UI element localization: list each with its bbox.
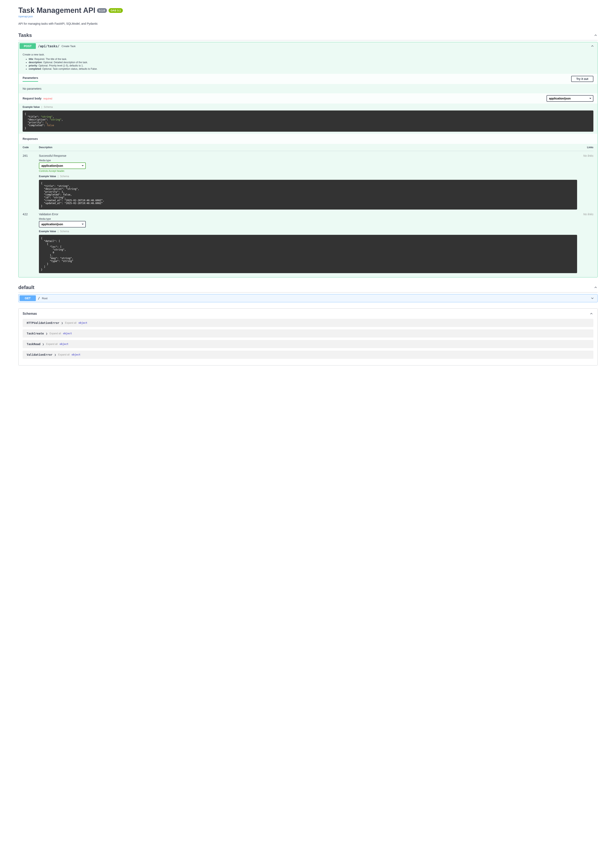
expand-all-link[interactable]: Expand all bbox=[49, 332, 61, 335]
tab-schema[interactable]: Schema bbox=[60, 175, 69, 178]
no-links: No links bbox=[577, 154, 593, 209]
response-code: 422 bbox=[23, 212, 39, 273]
expand-all-link[interactable]: Expand all bbox=[65, 321, 76, 324]
example-tabs-201: Example Value | Schema bbox=[39, 175, 577, 178]
opblock-body: Create a new task. title: Required. The … bbox=[19, 50, 597, 277]
tab-separator: | bbox=[58, 175, 58, 178]
media-type-select[interactable]: application/json bbox=[39, 162, 86, 169]
schema-type: object bbox=[60, 343, 68, 346]
schema-name: HTTPValidationError bbox=[27, 321, 59, 324]
schema-item-taskread[interactable]: TaskRead ❯ Expand all object bbox=[23, 340, 593, 348]
endpoint-path: /api/tasks/ bbox=[38, 44, 60, 48]
method-badge-post: POST bbox=[20, 43, 36, 49]
response-row-422: 422 Validation Error Media type applicat… bbox=[23, 209, 593, 273]
openapi-link[interactable]: /openapi.json bbox=[18, 15, 33, 18]
response-content: Successful Response Media type applicati… bbox=[39, 154, 577, 209]
response-row-201: 201 Successful Response Media type appli… bbox=[23, 151, 593, 209]
schema-type: object bbox=[79, 321, 87, 324]
expand-all-link[interactable]: Expand all bbox=[58, 353, 69, 356]
method-badge-get: GET bbox=[20, 295, 36, 301]
oas-badge: OAS 3.1 bbox=[108, 8, 123, 13]
chevron-up-icon bbox=[589, 312, 593, 316]
chevron-right-icon: ❯ bbox=[61, 322, 63, 324]
section-default: default GET / Root bbox=[18, 283, 598, 302]
example-tabs: Example Value | Schema bbox=[19, 105, 597, 109]
chevron-right-icon: ❯ bbox=[54, 354, 56, 356]
response-code: 201 bbox=[23, 154, 39, 209]
tab-example-value[interactable]: Example Value bbox=[39, 175, 56, 178]
field-item: priority: Optional. Priority level (1-5)… bbox=[29, 64, 593, 67]
section-title-tasks: Tasks bbox=[18, 32, 32, 38]
tab-schema[interactable]: Schema bbox=[60, 230, 69, 233]
section-schemas: Schemas HTTPValidationError ❯ Expand all… bbox=[18, 309, 598, 365]
col-desc: Description bbox=[39, 146, 577, 149]
response-title: Validation Error bbox=[39, 212, 577, 216]
media-type-select[interactable]: application/json bbox=[39, 221, 86, 227]
responses-header: Responses bbox=[19, 134, 597, 144]
example-tabs-422: Example Value | Schema bbox=[39, 230, 577, 233]
schema-list: HTTPValidationError ❯ Expand all object … bbox=[19, 319, 597, 365]
chevron-up-icon bbox=[594, 285, 598, 290]
field-item: description: Optional. Detailed descript… bbox=[29, 61, 593, 64]
response-example-code-422: { "detail": [ { "loc": [ "string", 0 ], … bbox=[39, 235, 577, 273]
field-item: title: Required. The title of the task. bbox=[29, 58, 593, 61]
tab-example-value[interactable]: Example Value bbox=[23, 105, 40, 109]
response-example-code-201: { "title": "string", "description": "str… bbox=[39, 180, 577, 209]
schema-item-validationerror[interactable]: ValidationError ❯ Expand all object bbox=[23, 351, 593, 359]
responses-label: Responses bbox=[23, 137, 38, 140]
request-body-label-group: Request body required bbox=[23, 97, 52, 100]
media-type-select-wrap: application/json bbox=[39, 221, 86, 227]
api-header: Task Management API 0.1.0 OAS 3.1 /opena… bbox=[18, 6, 598, 25]
chevron-right-icon: ❯ bbox=[42, 343, 44, 345]
opblock-summary[interactable]: GET / Root bbox=[19, 294, 597, 302]
media-type-label: Media type bbox=[39, 217, 577, 220]
section-header-default[interactable]: default bbox=[18, 283, 598, 293]
response-content: Validation Error Media type application/… bbox=[39, 212, 577, 273]
chevron-right-icon: ❯ bbox=[46, 332, 47, 335]
no-links: No links bbox=[577, 212, 593, 273]
parameters-tab[interactable]: Parameters bbox=[23, 76, 38, 82]
tab-separator: | bbox=[58, 230, 58, 233]
endpoint-summary: Root bbox=[42, 297, 47, 300]
responses-table-header: Code Description Links bbox=[23, 144, 593, 151]
content-type-select[interactable]: application/json bbox=[547, 95, 593, 102]
parameters-header: Parameters Try it out bbox=[19, 74, 597, 84]
schema-item-httpvalidationerror[interactable]: HTTPValidationError ❯ Expand all object bbox=[23, 319, 593, 327]
col-links: Links bbox=[577, 146, 593, 149]
request-body-example-code: { "title": "string", "description": "str… bbox=[23, 110, 593, 132]
title-row: Task Management API 0.1.0 OAS 3.1 bbox=[18, 6, 598, 15]
opblock-description: Create a new task. title: Required. The … bbox=[19, 50, 597, 74]
responses-table: Code Description Links 201 Successful Re… bbox=[19, 144, 597, 277]
chevron-up-icon bbox=[590, 44, 594, 48]
tab-separator: | bbox=[41, 105, 42, 109]
schema-type: object bbox=[72, 353, 80, 356]
section-title-default: default bbox=[18, 285, 35, 290]
schema-name: TaskCreate bbox=[27, 332, 44, 335]
no-parameters-text: No parameters bbox=[19, 84, 597, 93]
request-body-label: Request body bbox=[23, 97, 42, 100]
col-code: Code bbox=[23, 146, 39, 149]
accept-header-note: Controls Accept header. bbox=[39, 170, 577, 172]
opblock-post-create-task: POST /api/tasks/ Create Task Create a ne… bbox=[18, 42, 598, 277]
chevron-up-icon bbox=[594, 33, 598, 37]
schema-item-taskcreate[interactable]: TaskCreate ❯ Expand all object bbox=[23, 329, 593, 338]
chevron-down-icon bbox=[590, 296, 594, 300]
tab-example-value[interactable]: Example Value bbox=[39, 230, 56, 233]
media-type-label: Media type bbox=[39, 159, 577, 162]
tab-schema[interactable]: Schema bbox=[44, 105, 53, 109]
content-type-select-wrap: application/json bbox=[547, 95, 593, 102]
section-header-tasks[interactable]: Tasks bbox=[18, 30, 598, 40]
schema-type: object bbox=[63, 332, 72, 335]
section-tasks: Tasks POST /api/tasks/ Create Task Creat… bbox=[18, 30, 598, 277]
schemas-title: Schemas bbox=[23, 312, 37, 316]
expand-all-link[interactable]: Expand all bbox=[46, 343, 57, 346]
desc-intro: Create a new task. bbox=[23, 53, 593, 56]
api-description: API for managing tasks with FastAPI, SQL… bbox=[18, 22, 598, 25]
media-type-select-wrap: application/json bbox=[39, 162, 86, 169]
try-it-out-button[interactable]: Try it out bbox=[571, 76, 593, 82]
endpoint-summary: Create Task bbox=[61, 45, 75, 48]
schemas-header[interactable]: Schemas bbox=[19, 309, 597, 319]
field-item: completed: Optional. Task completion sta… bbox=[29, 68, 593, 70]
schema-name: ValidationError bbox=[27, 353, 52, 356]
opblock-summary[interactable]: POST /api/tasks/ Create Task bbox=[19, 42, 597, 50]
